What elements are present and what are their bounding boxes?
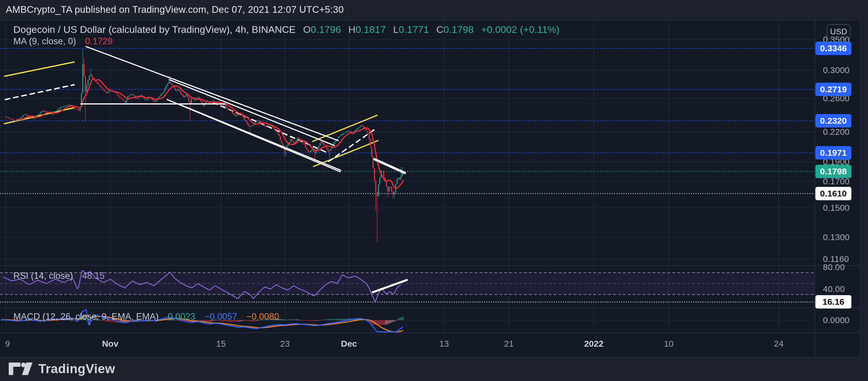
ma-legend: MA (9, close, 0) 0.1729 bbox=[13, 36, 113, 47]
ma-value: 0.1729 bbox=[85, 36, 113, 46]
close-key: C bbox=[436, 24, 443, 35]
price-level-badge: 0.2719 bbox=[815, 83, 851, 96]
open-value: 0.1796 bbox=[311, 24, 341, 35]
rsi-tick-label: 40.00 bbox=[823, 283, 845, 295]
time-tick-label: Nov bbox=[90, 339, 130, 349]
time-tick-label: 9 bbox=[0, 339, 28, 349]
time-tick-label: Dec bbox=[329, 339, 369, 349]
rsi-tick-label: 80.00 bbox=[823, 261, 845, 273]
time-tick-label: 2022 bbox=[574, 339, 614, 349]
time-tick-label: 13 bbox=[424, 339, 464, 349]
rsi-label: RSI (14, close) bbox=[13, 271, 73, 281]
ma-label: MA (9, close, 0) bbox=[13, 36, 76, 46]
macd-label: MACD (12, 26, close, 9, EMA, EMA) bbox=[13, 312, 159, 322]
close-value: 0.1798 bbox=[443, 24, 474, 35]
high-key: H bbox=[348, 24, 355, 35]
tradingview-logo-icon bbox=[9, 362, 34, 376]
attribution-text: AMBCrypto_TA published on TradingView.co… bbox=[6, 4, 344, 15]
rsi-legend: RSI (14, close) 48.15 bbox=[13, 271, 105, 281]
price-tick-label: 0.1300 bbox=[823, 231, 850, 244]
macd-line-value: −0.0057 bbox=[205, 312, 237, 322]
tradingview-logo-text: TradingView bbox=[38, 361, 115, 376]
time-tick-label: 23 bbox=[265, 339, 305, 349]
change-value: +0.0002 (+0.11%) bbox=[481, 24, 559, 35]
price-tick-label: 0.1500 bbox=[823, 201, 850, 214]
price-level-badge: 16.16 bbox=[815, 295, 851, 309]
tradingview-snapshot-page: AMBCrypto_TA published on TradingView.co… bbox=[0, 0, 868, 381]
rsi-value: 48.15 bbox=[82, 271, 105, 281]
low-value: 0.1771 bbox=[399, 24, 429, 35]
price-level-badge: 0.1798 bbox=[815, 165, 851, 178]
open-key: O bbox=[303, 24, 311, 35]
symbol-title: Dogecoin / US Dollar (calculated by Trad… bbox=[13, 24, 296, 35]
macd-legend: MACD (12, 26, close, 9, EMA, EMA) 0.0023… bbox=[13, 312, 279, 322]
price-level-badge: 0.2320 bbox=[815, 114, 851, 127]
macd-signal-value: −0.0080 bbox=[246, 312, 279, 322]
tradingview-logo[interactable]: TradingView bbox=[9, 361, 115, 376]
time-tick-label: 10 bbox=[648, 339, 689, 349]
price-level-badge: 0.1971 bbox=[815, 146, 851, 159]
time-tick-label: 15 bbox=[200, 339, 241, 349]
time-tick-label: 24 bbox=[758, 339, 799, 349]
macd-hist-value: 0.0023 bbox=[168, 312, 195, 322]
macd-tick-label: 0.0000 bbox=[823, 314, 850, 327]
price-tick-label: 0.3000 bbox=[823, 64, 850, 77]
chart-legend-title: Dogecoin / US Dollar (calculated by Trad… bbox=[13, 24, 559, 35]
high-value: 0.1817 bbox=[355, 24, 386, 35]
price-chart-canvas[interactable] bbox=[0, 0, 868, 381]
low-key: L bbox=[393, 24, 399, 35]
price-level-badge: 0.3346 bbox=[815, 41, 851, 55]
time-tick-label: 21 bbox=[489, 339, 529, 349]
price-level-badge: 0.1610 bbox=[815, 187, 851, 200]
